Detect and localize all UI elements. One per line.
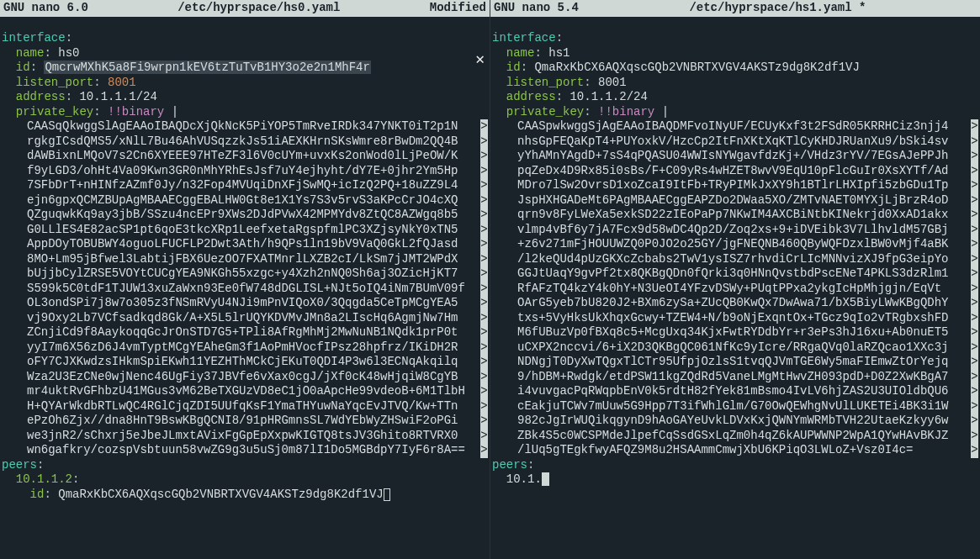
line-overflow-indicator: > [480, 282, 488, 297]
binary-data-line: f9yLGD3/ohHt4Va09Kwn3GR0nMhYRhEsJsf7uY4e… [2, 164, 488, 179]
line-overflow-indicator: > [971, 355, 978, 370]
close-icon[interactable]: ✕ [475, 50, 485, 70]
line-overflow-indicator: > [971, 399, 978, 414]
line-overflow-indicator: > [971, 384, 978, 399]
line-overflow-indicator: > [971, 134, 978, 150]
editor-content-left[interactable]: interface: name: hs0 id: QmcrwMXhK5a8Fi9… [0, 17, 490, 517]
binary-data-line: wn6gafkry/cozspVsbtuun58vwZG9g3u5uSj0m87… [2, 443, 488, 458]
line-overflow-indicator: > [971, 429, 978, 444]
line-overflow-indicator: > [480, 443, 488, 458]
line-overflow-indicator: > [480, 193, 488, 208]
binary-data-line: txs+5VyHksUkXhqxGcwy+TZEW4+N/b9oNjExqntO… [492, 311, 978, 326]
binary-data-line: G0LLlES4E82acSP1pt6qoE3tkcXRp1LeefxetaRg… [2, 223, 488, 238]
line-overflow-indicator: > [480, 355, 488, 370]
line-overflow-indicator: > [971, 208, 978, 223]
line-overflow-indicator: > [971, 370, 978, 385]
binary-data-line: 9/hDBM+Rwdgk/etdPSW11kgZQdRd5VaneLMgMtHw… [492, 370, 978, 385]
binary-data-line: ZBk4S5c0WCSPMdeJlpefCqSsdGSxLqZm0h4qZ6kA… [492, 429, 978, 444]
binary-data-line: i4vuvgacPqRWqpbEnV0k5rdtH82fYek81mBsmo4I… [492, 384, 978, 399]
editor-pane-right: GNU nano 5.4 /etc/hyprspace/hs1.yaml * i… [490, 0, 980, 559]
line-overflow-indicator: > [480, 178, 488, 193]
line-overflow-indicator: > [480, 237, 488, 252]
line-overflow-indicator: > [480, 119, 488, 134]
binary-data-line: NDNgjT0DyXwTQgxTlCTr95UfpjOzlsS1tvqQJVmT… [492, 355, 978, 370]
file-path: /etc/hyprspace/hs0.yaml [177, 1, 340, 16]
cursor-right [542, 472, 549, 486]
binary-data-line: bUjjbCylZRSE5VOYtCUCgYEA9NKGh55xzgc+y4Xz… [2, 266, 488, 282]
editor-pane-left: GNU nano 6.0 /etc/hyprspace/hs0.yaml Mod… [0, 0, 490, 559]
line-overflow-indicator: > [971, 149, 978, 164]
binary-data-line: nhsGpFEQaKpT4+PUYoxkV/HzcCp2ItFnXKtXqKTl… [492, 134, 978, 150]
binary-data-line: yYhAMnYAgdD+7sS4qPQASU04WWIsNYWgavfdzKj+… [492, 149, 978, 164]
cursor-left [384, 488, 390, 501]
line-overflow-indicator: > [971, 223, 978, 238]
line-overflow-indicator: > [971, 340, 978, 356]
editor-content-right[interactable]: interface: name: hs1 id: QmaRxKbCX6AQXqs… [490, 17, 980, 503]
binary-data-line: 7SFbDrT+nHINfzAZmf0Jy/n32Fop4MVUqiDnXFjS… [2, 178, 488, 193]
line-overflow-indicator: > [971, 252, 978, 267]
binary-data-line: S599k5C0tdF1TJUW13xuZaWxn93Ee0fW748dDGLI… [2, 282, 488, 297]
binary-data-line: CAASpwkwggSjAgEAAoIBAQDMFvoINyUF/ECUyKxf… [492, 119, 978, 134]
line-overflow-indicator: > [480, 149, 488, 164]
file-path: /etc/hyprspace/hs1.yaml * [689, 1, 866, 16]
line-overflow-indicator: > [480, 134, 488, 150]
binary-data-line: Wza2U3EzCNe0wjNenc46UgFiy37JBVfe6vXax0cg… [2, 370, 488, 385]
line-overflow-indicator: > [480, 208, 488, 223]
binary-data-line: GGJtUaqY9gvPf2tx8QKBgQDn0fQrki3q0HNnQvst… [492, 266, 978, 282]
line-overflow-indicator: > [480, 223, 488, 238]
binary-data-line: OArG5yeb7bU820J2+BXm6zySa+ZUcQB0KwQx7DwA… [492, 296, 978, 311]
line-overflow-indicator: > [971, 414, 978, 429]
binary-data-line: 8MO+Lm95jBfwel3LabtijFBX6UezOO7FXATMnrlL… [2, 252, 488, 267]
line-overflow-indicator: > [971, 282, 978, 297]
binary-data-line: ePzOh6Zjx//dna8HnT9BswKBgQCNI8/91pHRGmns… [2, 414, 488, 429]
binary-data-line: H+QYArWkdbRTLwQC4RGlCjqZDI5UUfqKsF1YmaTH… [2, 399, 488, 414]
line-overflow-indicator: > [480, 164, 488, 179]
binary-data-line: ejn6gpxQCMZBUpAgMBAAECggEBALHW0Gt8e1X1Ys… [2, 193, 488, 208]
binary-data-line: CAASqQkwggSlAgEAAoIBAQDcXjQkNcK5PiYOP5Tm… [2, 119, 488, 134]
binary-data-line: pqZeDx4D9Rx85i0sBs/F+C09yRs4wHZET8wvV9Eq… [492, 164, 978, 179]
file-status: Modified [430, 1, 486, 16]
line-overflow-indicator: > [971, 178, 978, 193]
line-overflow-indicator: > [480, 325, 488, 340]
binary-data-line: uCXPX2nccvi/6+iX2D3QKBgQC061NfKc9yIcre/R… [492, 340, 978, 356]
binary-data-line: qrn9v8FyLWeXa5exkSD22zIEoPaPp7NKwIM4AXCB… [492, 208, 978, 223]
binary-data-line: OL3ondSPi7j8w7o305z3fNSmRVyU4NJi9mPnVIQo… [2, 296, 488, 311]
binary-data-line: oFY7CJXKwdzsIHkmSpiEKwh11YEZHThMCkCjEKuT… [2, 355, 488, 370]
nano-topbar-left: GNU nano 6.0 /etc/hyprspace/hs0.yaml Mod… [0, 0, 490, 17]
binary-data-line: yyI7m6X56zD6J4vmTyptMCgYEAheGm3f1AoPmHVo… [2, 340, 488, 356]
binary-data-line: M6fUBuzVp0fBXq8c5+McgUxq34KjxFwtRYDdbYr+… [492, 325, 978, 340]
line-overflow-indicator: > [480, 266, 488, 282]
line-overflow-indicator: > [971, 266, 978, 282]
binary-data-line: +z6v271mFjHOUUWZQ0P0JO2o25GY/jgFNEQNB460… [492, 237, 978, 252]
line-overflow-indicator: > [480, 414, 488, 429]
binary-data-line: QZguqwkKq9ay3jbB/SSzu4ncEPr9XWs2DJdPVwX4… [2, 208, 488, 223]
binary-data-line: MDro7lSw2OvrsD1xoZcaI9ItFb+TRyPIMkJxXY9h… [492, 178, 978, 193]
binary-data-line: vlmp4vBf6y7jA7Fcx9d58wDC4Qp2D/Zoq2xs+9+i… [492, 223, 978, 238]
line-overflow-indicator: > [480, 296, 488, 311]
line-overflow-indicator: > [971, 119, 978, 134]
binary-data-line: vj9Oxy2Lb7VCfsadkqd8Gk/A+X5L5lrUQYKDVMvJ… [2, 311, 488, 326]
line-overflow-indicator: > [480, 311, 488, 326]
line-overflow-indicator: > [971, 237, 978, 252]
binary-data-line: /lUq5gTEgkfwyAFQZ9M8u2HSAAmmCmwjXbU6KPiq… [492, 443, 978, 458]
line-overflow-indicator: > [971, 443, 978, 458]
binary-data-line: JspHXHGADeMt6PAgMBAAECggEAPZDo2DWaa5XO/Z… [492, 193, 978, 208]
nano-topbar-right: GNU nano 5.4 /etc/hyprspace/hs1.yaml * [490, 0, 980, 17]
binary-data-line: RfAFzTQ4kzY4k0hY+N3UeOI4YFzvDSWy+PUqtPPx… [492, 282, 978, 297]
line-overflow-indicator: > [480, 384, 488, 399]
binary-data-line: /l2keQUd4pUzGKXcZcbabs2TwV1ysISZ7rhvdiCr… [492, 252, 978, 267]
line-overflow-indicator: > [480, 429, 488, 444]
app-name: GNU nano 5.4 [494, 1, 579, 16]
app-name: GNU nano 6.0 [3, 1, 88, 16]
line-overflow-indicator: > [971, 325, 978, 340]
binary-data-line: dAWBixnLMQoV7s2Cn6XYEEE97HTeZF3l6V0cUYm+… [2, 149, 488, 164]
line-overflow-indicator: > [480, 370, 488, 385]
line-overflow-indicator: > [480, 252, 488, 267]
binary-data-line: AppDOyTOBUBWY4oguoLFUCFLP2Dwt3Ath/h9QPs1… [2, 237, 488, 252]
binary-data-line: cEakjuTCWv7mUuw5G9Hpp7T3ifWhlGlm/G70OwQE… [492, 399, 978, 414]
line-overflow-indicator: > [971, 193, 978, 208]
line-overflow-indicator: > [480, 399, 488, 414]
line-overflow-indicator: > [971, 164, 978, 179]
binary-data-line: ZCnjiCd9f8AaykoqqGcJrOnSTD7G5+TPli8AfRgM… [2, 325, 488, 340]
line-overflow-indicator: > [971, 311, 978, 326]
